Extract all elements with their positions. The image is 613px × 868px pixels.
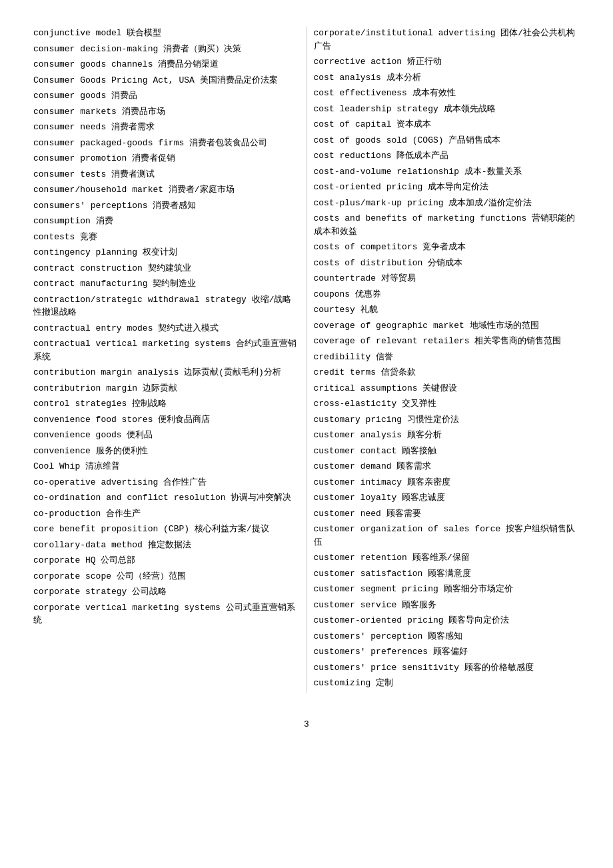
list-item: co-operative advertising 合作性广告 [33,476,300,489]
list-item: convenience food stores 便利食品商店 [33,413,300,427]
list-item: consumer goods 消费品 [33,89,300,103]
list-item: corporate/institutional advertising 团体/社… [314,27,580,53]
list-item: corporate HQ 公司总部 [33,554,300,567]
list-item: contractual entry modes 契约式进入模式 [33,322,300,335]
list-item: consumption 消费 [33,215,300,228]
list-item: cost-plus/mark-up pricing 成本加成/溢价定价法 [314,197,580,210]
list-item: corollary-data method 推定数据法 [33,539,300,552]
list-item: contraction/strategic withdrawal strateg… [33,293,300,319]
list-item: cost reductions 降低成本产品 [314,149,580,163]
list-item: coverage of geographic market 地域性市场的范围 [314,319,580,333]
list-item: consumer/household market 消费者/家庭市场 [33,183,300,197]
list-item: customer contact 顾客接触 [314,445,580,458]
list-item: Cool Whip 清凉维普 [33,460,300,473]
list-item: cost-and-volume relationship 成本-数量关系 [314,165,580,179]
list-item: contract manufacturing 契约制造业 [33,277,300,291]
list-item: cost of goods sold (COGS) 产品销售成本 [314,134,580,147]
main-content: conjunctive model 联合模型consumer decision-… [33,27,580,693]
list-item: customer loyalty 顾客忠诚度 [314,491,580,505]
list-item: customary pricing 习惯性定价法 [314,413,580,427]
list-item: customer analysis 顾客分析 [314,429,580,442]
list-item: contract construction 契约建筑业 [33,262,300,275]
right-column: corporate/institutional advertising 团体/社… [306,27,580,693]
list-item: critical assumptions 关键假设 [314,382,580,395]
list-item: cost effectiveness 成本有效性 [314,87,580,100]
list-item: cost of capital 资本成本 [314,118,580,131]
list-item: coupons 优惠券 [314,288,580,301]
list-item: control strategies 控制战略 [33,397,300,411]
list-item: consumer goods channels 消费品分销渠道 [33,58,300,71]
list-item: consumer needs 消费者需求 [33,121,300,134]
list-item: consumers' perceptions 消费者感知 [33,199,300,213]
list-item: customers' perception 顾客感知 [314,630,580,643]
list-item: conjunctive model 联合模型 [33,27,300,40]
list-item: contractual vertical marketing systems 合… [33,337,300,363]
list-item: consumer packaged-goods firms 消费者包装食品公司 [33,137,300,150]
list-item: customer demand 顾客需求 [314,460,580,473]
list-item: corporate strategy 公司战略 [33,585,300,599]
list-item: consumer decision-making 消费者（购买）决策 [33,43,300,56]
list-item: cross-elasticity 交叉弹性 [314,397,580,411]
list-item: courtesy 礼貌 [314,303,580,317]
list-item: co-production 合作生产 [33,507,300,521]
list-item: corporate scope 公司（经营）范围 [33,570,300,583]
left-column: conjunctive model 联合模型consumer decision-… [33,27,306,693]
list-item: contests 竞赛 [33,231,300,244]
list-item: contingency planning 权变计划 [33,246,300,259]
list-item: convenience 服务的便利性 [33,445,300,458]
list-item: costs of competitors 竞争者成本 [314,241,580,254]
list-item: customer-oriented pricing 顾客导向定价法 [314,614,580,627]
list-item: convenience goods 便利品 [33,429,300,442]
list-item: contributrion margin 边际贡献 [33,382,300,395]
list-item: contribution margin analysis 边际贡献(贡献毛利)分… [33,366,300,379]
list-item: customer need 顾客需要 [314,507,580,521]
list-item: credibility 信誉 [314,351,580,364]
list-item: customer segment pricing 顾客细分市场定价 [314,583,580,596]
list-item: consumer markets 消费品市场 [33,105,300,119]
list-item: consumer promotion 消费者促销 [33,152,300,165]
list-item: customer service 顾客服务 [314,599,580,612]
list-item: credit terms 信贷条款 [314,366,580,379]
list-item: customer satisfaction 顾客满意度 [314,567,580,581]
list-item: corrective action 矫正行动 [314,55,580,69]
list-item: cost leadership strategy 成本领先战略 [314,103,580,116]
list-item: cost-oriented pricing 成本导向定价法 [314,181,580,194]
list-item: customers' preferences 顾客偏好 [314,645,580,659]
list-item: cost analysis 成本分析 [314,71,580,85]
list-item: countertrade 对等贸易 [314,272,580,285]
list-item: customers' price sensitivity 顾客的价格敏感度 [314,661,580,675]
page-number: 3 [33,719,580,729]
list-item: corporate vertical marketing systems 公司式… [33,601,300,627]
list-item: Consumer Goods Pricing Act, USA 美国消费品定价法… [33,74,300,87]
list-item: co-ordination and conflict resolution 协调… [33,491,300,505]
list-item: customer organization of sales force 按客户… [314,523,580,549]
list-item: coverage of relevant retailers 相关零售商的销售范… [314,335,580,348]
list-item: customer retention 顾客维系/保留 [314,551,580,565]
list-item: costs of distribution 分销成本 [314,257,580,270]
list-item: customizing 定制 [314,677,580,690]
list-item: customer intimacy 顾客亲密度 [314,476,580,489]
list-item: core benefit proposition (CBP) 核心利益方案/提议 [33,523,300,536]
list-item: costs and benefits of marketing function… [314,212,580,238]
list-item: consumer tests 消费者测试 [33,168,300,181]
